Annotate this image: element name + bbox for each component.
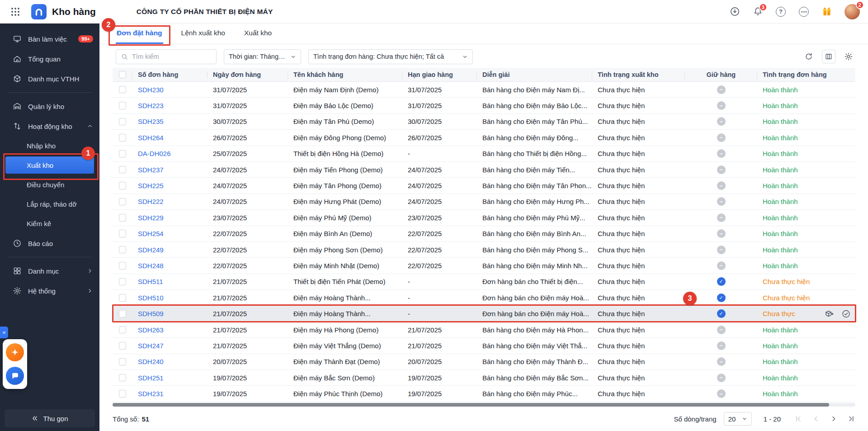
order-status-filter-dropdown[interactable]: Tình trạng đơn hàng: Chưa thực hiện; Tất… xyxy=(308,49,473,64)
complete-order-action-icon[interactable] xyxy=(841,309,851,318)
table-row[interactable]: SDH264 26/07/2025 Điện máy Đông Phong (D… xyxy=(113,130,855,146)
prev-page-button[interactable] xyxy=(812,415,820,423)
row-checkbox[interactable] xyxy=(119,134,127,142)
sidebar-subitem-dieu-chuyen[interactable]: Điều chuyển xyxy=(0,175,99,194)
order-id-link[interactable]: SDH230 xyxy=(138,86,164,94)
order-id-link[interactable]: SDH229 xyxy=(138,214,164,222)
order-id-link[interactable]: SDH223 xyxy=(138,102,164,109)
hold-off-icon[interactable] xyxy=(717,213,726,222)
export-warehouse-action-icon[interactable] xyxy=(825,309,834,318)
hold-off-icon[interactable] xyxy=(717,261,726,270)
sidebar-item-hoat-dong-kho[interactable]: Hoạt động kho xyxy=(0,116,99,136)
next-page-button[interactable] xyxy=(830,415,838,423)
gift-promo-icon[interactable] xyxy=(821,6,832,17)
row-checkbox[interactable] xyxy=(119,390,127,398)
search-box[interactable] xyxy=(116,49,217,64)
column-header-order-date[interactable]: Ngày đơn hàng xyxy=(208,68,288,81)
sidebar-item-danh-muc[interactable]: Danh mục xyxy=(0,261,99,281)
order-id-link[interactable]: SDH251 xyxy=(138,374,164,382)
hold-off-icon[interactable] xyxy=(717,85,726,94)
hold-off-icon[interactable] xyxy=(717,246,726,254)
sidebar-item-quan-ly-kho[interactable]: Quản lý kho xyxy=(0,96,99,116)
table-row[interactable]: SDH229 23/07/2025 Điện máy Phú Mỹ (Demo)… xyxy=(113,210,855,226)
column-header-hold[interactable]: Giữ hàng xyxy=(685,68,757,81)
ai-assistant-button[interactable] xyxy=(6,343,24,361)
row-checkbox[interactable] xyxy=(119,310,127,317)
order-id-link[interactable]: SDH249 xyxy=(138,246,164,254)
table-row[interactable]: SDH231 19/07/2025 Điện máy Phúc Thịnh (D… xyxy=(113,386,855,402)
tab-xuat-kho[interactable]: Xuất kho xyxy=(243,24,273,44)
row-checkbox[interactable] xyxy=(119,102,127,109)
time-filter-dropdown[interactable]: Thời gian: Tháng này xyxy=(224,49,301,64)
row-checkbox[interactable] xyxy=(119,262,127,270)
order-id-link[interactable]: SDH254 xyxy=(138,230,164,237)
order-id-link[interactable]: SDH264 xyxy=(138,134,164,142)
hold-off-icon[interactable] xyxy=(717,374,726,382)
hold-off-icon[interactable] xyxy=(717,181,726,190)
table-row[interactable]: SDH249 22/07/2025 Điện máy Phong Sơn (De… xyxy=(113,242,855,258)
refresh-icon[interactable] xyxy=(802,50,816,63)
sidebar-subitem-lap-rap-thao-do[interactable]: Lắp ráp, tháo dỡ xyxy=(0,194,99,214)
hold-off-icon[interactable] xyxy=(717,229,726,238)
help-icon[interactable] xyxy=(775,6,786,17)
row-checkbox[interactable] xyxy=(119,342,127,350)
hold-off-icon[interactable] xyxy=(717,197,726,206)
row-checkbox[interactable] xyxy=(119,214,127,222)
order-id-link[interactable]: SDH511 xyxy=(138,278,163,285)
table-row[interactable]: SDH251 19/07/2025 Điện máy Bắc Sơn (Demo… xyxy=(113,370,855,386)
table-settings-gear-icon[interactable] xyxy=(842,50,855,63)
hold-on-icon[interactable] xyxy=(717,277,726,286)
row-checkbox[interactable] xyxy=(119,182,127,189)
collapse-sidebar-button[interactable]: Thu gọn xyxy=(5,409,95,427)
table-row[interactable]: SDH240 20/07/2025 Điện máy Thành Đạt (De… xyxy=(113,354,855,370)
table-row[interactable]: SDH237 24/07/2025 Điện máy Tiến Phong (D… xyxy=(113,162,855,178)
row-checkbox[interactable] xyxy=(119,150,127,158)
hold-off-icon[interactable] xyxy=(717,389,726,398)
tab-lenh-xuat-kho[interactable]: Lệnh xuất kho xyxy=(180,24,226,44)
row-checkbox[interactable] xyxy=(119,374,127,382)
row-checkbox[interactable] xyxy=(119,118,127,126)
order-id-link[interactable]: SDH509 xyxy=(138,310,164,317)
sidebar-peek-button[interactable] xyxy=(0,327,8,338)
more-options-icon[interactable] xyxy=(798,6,809,17)
hold-off-icon[interactable] xyxy=(717,326,726,334)
sidebar-item-tong-quan[interactable]: Tổng quan xyxy=(0,49,99,69)
order-id-link[interactable]: SDH240 xyxy=(138,358,164,365)
order-id-link[interactable]: SDH225 xyxy=(138,182,164,189)
hold-off-icon[interactable] xyxy=(717,133,726,142)
table-row[interactable]: SDH248 22/07/2025 Điện máy Minh Nhật (De… xyxy=(113,258,855,274)
hold-off-icon[interactable] xyxy=(717,341,726,350)
hold-off-icon[interactable] xyxy=(717,166,726,174)
column-header-order-status[interactable]: Tình trạng đơn hàng xyxy=(757,68,855,81)
order-id-link[interactable]: SDH235 xyxy=(138,118,164,125)
row-checkbox[interactable] xyxy=(119,166,127,174)
sidebar-item-bao-cao[interactable]: Báo cáo xyxy=(0,233,99,253)
table-row[interactable]: SDH223 31/07/2025 Điện máy Bảo Lộc (Demo… xyxy=(113,98,855,114)
chat-support-button[interactable] xyxy=(6,367,24,385)
notifications-bell-icon[interactable]: 3 xyxy=(752,6,763,17)
row-checkbox[interactable] xyxy=(119,278,127,286)
table-row[interactable]: SDH510 21/07/2025 Điện máy Hoàng Thành..… xyxy=(113,290,855,306)
sidebar-item-ban-lam-viec[interactable]: Bàn làm việc 99+ xyxy=(0,29,99,49)
apps-grid-icon[interactable] xyxy=(10,6,21,17)
table-row[interactable]: SDH509 21/07/2025 Điện máy Hoàng Thành..… xyxy=(113,306,855,322)
scrollbar-thumb[interactable] xyxy=(113,403,829,407)
column-header-order-id[interactable]: Số đơn hàng xyxy=(132,68,208,81)
order-id-link[interactable]: SDH237 xyxy=(138,166,164,174)
sidebar-item-danh-muc-vthh[interactable]: Danh mục VTHH xyxy=(0,69,99,89)
column-header-customer[interactable]: Tên khách hàng xyxy=(288,68,402,81)
order-id-link[interactable]: SDH263 xyxy=(138,326,164,334)
table-row[interactable]: SDH511 21/07/2025 Thiết bị điện Tiến Phá… xyxy=(113,274,855,290)
hold-off-icon[interactable] xyxy=(717,357,726,366)
page-size-select[interactable]: 20 xyxy=(724,412,752,426)
select-all-checkbox[interactable] xyxy=(119,71,127,79)
order-id-link[interactable]: SDH222 xyxy=(138,198,164,205)
table-row[interactable]: SDH230 31/07/2025 Điện máy Nam Định (Dem… xyxy=(113,82,855,98)
order-id-link[interactable]: SDH247 xyxy=(138,342,164,350)
row-checkbox[interactable] xyxy=(119,246,127,254)
sidebar-subitem-kiem-ke[interactable]: Kiểm kê xyxy=(0,214,99,233)
tab-don-dat-hang[interactable]: Đơn đặt hàng xyxy=(116,24,163,44)
hold-off-icon[interactable] xyxy=(717,149,726,158)
column-header-export-status[interactable]: Tình trạng xuất kho xyxy=(592,68,685,81)
version-update-icon[interactable] xyxy=(729,6,740,17)
